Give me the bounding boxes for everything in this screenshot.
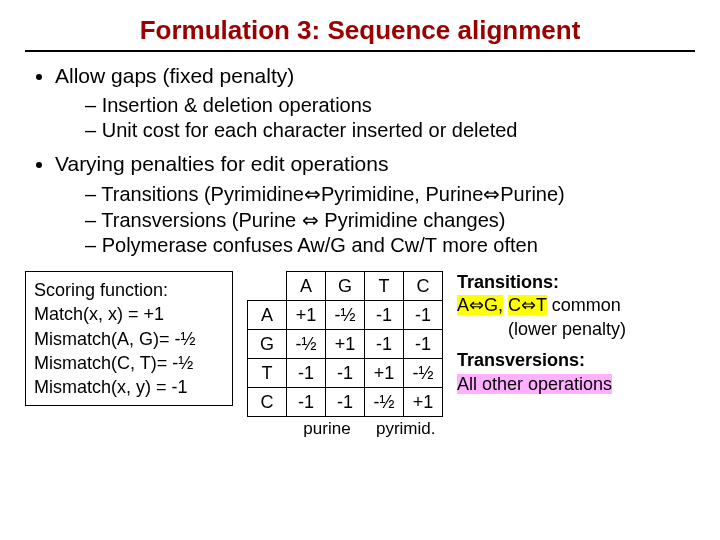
matrix-cell: -½ [287,330,326,359]
footer-label-purine: purine [290,419,364,439]
scoring-line: Mismatch(x, y) = -1 [34,375,224,399]
matrix-cell: -1 [287,359,326,388]
highlight-ag: A⇔G, [457,295,503,315]
scoring-line: Scoring function: [34,278,224,302]
scoring-line: Mismatch(A, G)= -½ [34,327,224,351]
row-header: A [248,301,287,330]
matrix-cell: -½ [326,301,365,330]
matrix-cell: +1 [404,388,443,417]
bullet-1b: Unit cost for each character inserted or… [85,119,695,142]
highlight-ct: C⇔T [508,295,547,315]
notes-heading-transversions: Transversions: [457,350,585,370]
row-header: G [248,330,287,359]
matrix-cell: -1 [404,330,443,359]
scoring-box: Scoring function: Match(x, x) = +1 Misma… [25,271,233,406]
col-header: A [287,272,326,301]
matrix-cell: -1 [326,359,365,388]
notes-text: common [547,295,621,315]
matrix-cell: -1 [287,388,326,417]
bullet-2: Varying penalties for edit operations [55,152,695,176]
col-header: G [326,272,365,301]
row-header: T [248,359,287,388]
bullet-2c: Polymerase confuses Aw/G and Cw/T more o… [85,234,695,257]
bullet-list: Allow gaps (fixed penalty) Insertion & d… [25,64,695,257]
bullet-1: Allow gaps (fixed penalty) [55,64,695,88]
matrix-cell: -1 [404,301,443,330]
matrix-cell: -½ [365,388,404,417]
row-header: C [248,388,287,417]
highlight-transversions: All other operations [457,374,612,394]
scoring-line: Mismatch(C, T)= -½ [34,351,224,375]
notes-heading-transitions: Transitions: [457,272,559,292]
matrix-cell: -1 [326,388,365,417]
slide-title: Formulation 3: Sequence alignment [25,15,695,52]
matrix-cell: +1 [287,301,326,330]
bullet-2a: Transitions (Pyrimidine⇔Pyrimidine, Puri… [85,182,695,206]
scoring-line: Match(x, x) = +1 [34,302,224,326]
notes-box: Transitions: A⇔G, C⇔T common (lower pena… [457,271,677,396]
col-header: C [404,272,443,301]
bullet-2b: Transversions (Purine ⇔ Pyrimidine chang… [85,208,695,232]
notes-text: (lower penalty) [457,318,677,341]
matrix-cell: +1 [365,359,404,388]
col-header: T [365,272,404,301]
matrix-cell: -1 [365,330,404,359]
substitution-matrix: A G T C A +1 -½ -1 -1 G -½ +1 -1 -1 T [247,271,443,439]
bullet-1a: Insertion & deletion operations [85,94,695,117]
matrix-cell: +1 [326,330,365,359]
matrix-cell: -½ [404,359,443,388]
matrix-cell: -1 [365,301,404,330]
footer-label-pyrimidine: pyrimid. [369,419,443,439]
